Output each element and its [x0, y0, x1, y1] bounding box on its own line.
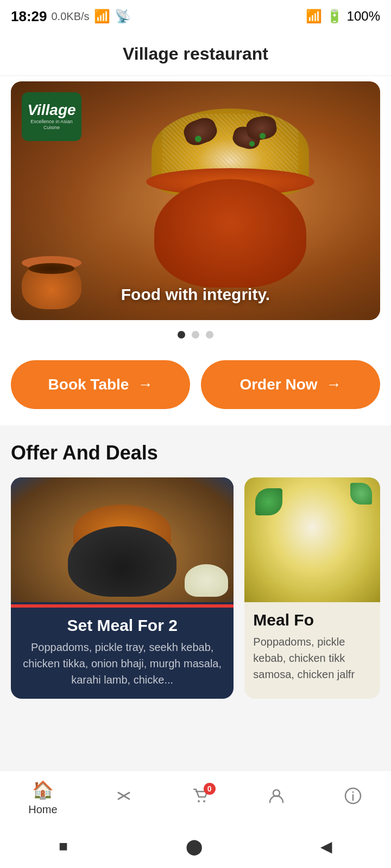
battery-icon: 🔋 [326, 9, 343, 24]
pagination-dots [0, 320, 391, 349]
home-label: Home [28, 803, 57, 816]
android-nav: ■ ⬤ ◀ [0, 825, 391, 868]
offer-card-2-title: Meal Fo [244, 602, 380, 634]
app-header: Village restaurant [0, 33, 391, 76]
hero-tagline: Food with integrity. [11, 285, 380, 304]
home-icon: 🏠 [32, 780, 54, 800]
status-time: 18:29 [11, 8, 47, 25]
curry-illustration [11, 477, 234, 602]
svg-point-3 [203, 800, 205, 802]
curry-bowl [68, 510, 176, 597]
bottom-nav: 🏠 Home 0 [0, 770, 391, 825]
battery-percent: 100% [347, 9, 380, 24]
dot-2[interactable] [192, 331, 199, 339]
dot-3[interactable] [206, 331, 213, 339]
offer-card-1-title: Set Meal For 2 [11, 608, 234, 639]
svg-point-2 [198, 800, 200, 802]
order-now-label: Order Now [239, 376, 317, 393]
nav-item-info[interactable] [343, 786, 363, 810]
dot-1[interactable] [178, 331, 185, 339]
nav-item-profile[interactable] [267, 786, 286, 810]
herb-garnish-1 [255, 488, 282, 515]
android-circle-btn[interactable]: ⬤ [186, 838, 203, 856]
curry-bowl-body [68, 526, 176, 597]
nav-item-home[interactable]: 🏠 Home [28, 780, 57, 816]
biryani-illustration [143, 136, 317, 288]
status-left: 18:29 0.0KB/s 📶 📡 [11, 8, 131, 25]
herb-garnish [260, 133, 266, 139]
rice-side [185, 564, 228, 597]
offer-card-1-image [11, 477, 234, 602]
offer-card-1[interactable]: Set Meal For 2 Poppadoms, pickle tray, s… [11, 477, 234, 699]
nav-item-menu[interactable] [114, 786, 134, 810]
book-table-button[interactable]: Book Table → [11, 360, 190, 409]
android-back-btn[interactable]: ◀ [320, 838, 332, 856]
order-now-button[interactable]: Order Now → [201, 360, 380, 409]
sim-icon: 📶 [94, 9, 110, 24]
offers-section: Offer And Deals Set Meal For 2 Poppadoms… [0, 425, 391, 699]
status-bar: 18:29 0.0KB/s 📶 📡 📶 🔋 100% [0, 0, 391, 33]
wifi-icon: 📡 [115, 9, 131, 24]
village-logo: Village Excellence in Asian Cuisine [22, 92, 81, 141]
android-square-btn[interactable]: ■ [59, 838, 68, 855]
logo-main-text: Village [27, 103, 75, 118]
arrow-icon: → [137, 376, 153, 393]
arrow-icon: → [326, 376, 342, 393]
offers-title: Offer And Deals [11, 442, 380, 464]
status-speed: 0.0KB/s [52, 10, 90, 23]
info-icon [343, 786, 363, 810]
nav-item-cart[interactable]: 0 [191, 786, 210, 810]
signal-icon: 📶 [306, 9, 322, 24]
offer-card-2[interactable]: Meal Fo Poppadoms, pickle kebab, chicken… [244, 477, 380, 699]
hero-section: Village Excellence in Asian Cuisine [0, 76, 391, 320]
header-title: Village restaurant [123, 44, 268, 64]
profile-icon [267, 786, 286, 810]
cart-badge: 0 [204, 783, 216, 795]
offers-scroll[interactable]: Set Meal For 2 Poppadoms, pickle tray, s… [11, 477, 380, 699]
herb-garnish-2 [350, 483, 372, 505]
menu-icon [114, 786, 134, 810]
bowl-outer [154, 179, 306, 288]
offer-card-1-description: Poppadoms, pickle tray, seekh kebab, chi… [11, 639, 234, 688]
sauce-surface [29, 263, 75, 274]
logo-sub-text: Excellence in Asian Cuisine [26, 119, 77, 131]
hero-image: Village Excellence in Asian Cuisine [11, 81, 380, 320]
offer-card-2-description: Poppadoms, pickle kebab, chicken tikk sa… [244, 634, 380, 682]
action-buttons: Book Table → Order Now → [0, 349, 391, 425]
rice-illustration [244, 477, 380, 602]
book-table-label: Book Table [48, 376, 129, 393]
svg-point-7 [352, 791, 354, 793]
status-right: 📶 🔋 100% [306, 9, 380, 24]
herb-garnish [195, 136, 201, 142]
herb-garnish [249, 141, 255, 146]
